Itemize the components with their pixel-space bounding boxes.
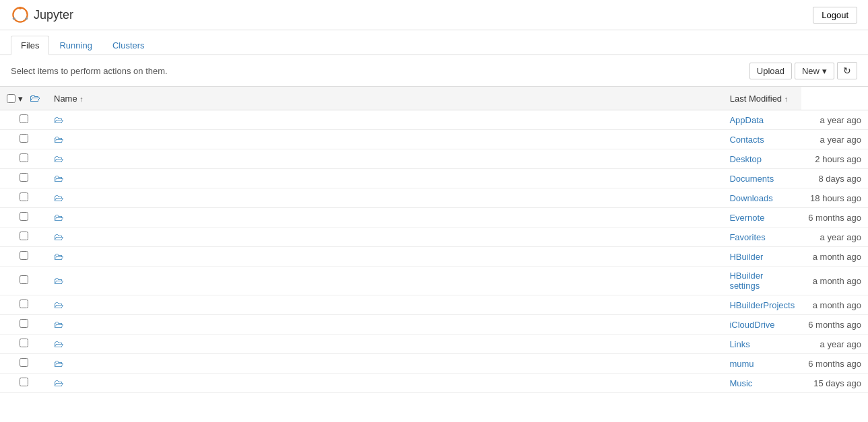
table-row: 🗁mumu6 months ago [0,354,868,374]
table-row: 🗁Contactsa year ago [0,130,868,149]
folder-icon-cell: 🗁 [47,267,723,295]
file-name-cell: mumu [723,354,801,374]
name-column-header[interactable]: Name ↑ [47,87,723,110]
file-name-link[interactable]: HBuilder [729,252,763,262]
folder-icon-cell: 🗁 [47,169,723,188]
folder-icon-cell: 🗁 [47,335,723,354]
refresh-button[interactable]: ↻ [837,62,857,79]
logo: Jupyter [11,5,73,24]
row-checkbox[interactable] [20,232,28,240]
file-name-link[interactable]: HBuilderProjects [729,300,795,310]
modified-cell: a year ago [801,227,868,247]
file-name-cell: AppData [723,110,801,130]
file-name-cell: Links [723,335,801,354]
file-name-link[interactable]: Evernote [729,213,764,223]
row-checkbox[interactable] [20,300,28,308]
modified-cell: a month ago [801,247,868,267]
table-row: 🗁Downloads18 hours ago [0,188,868,208]
svg-point-3 [25,17,28,20]
table-row: 🗁HBuildera month ago [0,247,868,267]
row-checkbox-cell [0,267,47,295]
modified-cell: 2 hours ago [801,149,868,169]
folder-icon-cell: 🗁 [47,374,723,393]
table-row: 🗁AppDataa year ago [0,110,868,130]
tabs-bar: Files Running Clusters [0,30,868,55]
row-checkbox-cell [0,335,47,354]
upload-button[interactable]: Upload [749,63,792,79]
file-name-cell: Documents [723,169,801,188]
folder-icon: 🗁 [54,275,63,286]
modified-column-header[interactable]: Last Modified ↑ [723,87,801,110]
logout-button[interactable]: Logout [813,7,857,24]
table-row: 🗁Desktop2 hours ago [0,149,868,169]
row-checkbox-cell [0,227,47,247]
new-dropdown-icon: ▾ [822,66,827,76]
row-checkbox[interactable] [20,251,28,260]
file-name-cell: iCloudDrive [723,315,801,335]
file-name-link[interactable]: mumu [729,359,754,369]
file-name-link[interactable]: Favorites [729,232,765,242]
header: Jupyter Logout [0,0,868,30]
tab-clusters[interactable]: Clusters [102,36,155,55]
folder-icon-cell: 🗁 [47,295,723,315]
folder-icon: 🗁 [54,378,63,388]
file-name-link[interactable]: Desktop [729,154,762,164]
header-dropdown-icon[interactable]: ▾ [18,94,23,104]
header-folder-icon: 🗁 [30,92,40,104]
name-col-label: Name [54,94,77,104]
folder-icon: 🗁 [54,300,63,310]
row-checkbox-cell [0,208,47,227]
jupyter-logo-icon [11,5,30,24]
table-row: 🗁HBuilder settingsa month ago [0,267,868,295]
modified-col-label: Last Modified [730,94,782,104]
app-title: Jupyter [34,8,73,22]
row-checkbox-cell [0,188,47,208]
file-name-link[interactable]: Downloads [729,193,772,203]
table-row: 🗁HBuilderProjectsa month ago [0,295,868,315]
folder-icon: 🗁 [54,339,63,349]
file-name-link[interactable]: AppData [729,115,764,125]
new-button[interactable]: New ▾ [795,63,834,79]
svg-point-0 [13,7,27,22]
folder-icon: 🗁 [54,153,63,164]
file-name-link[interactable]: Contacts [729,135,764,145]
row-checkbox[interactable] [20,134,28,143]
row-checkbox[interactable] [20,275,28,284]
header-checkbox-col: ▾ 🗁 [0,87,47,110]
table-row: 🗁Evernote6 months ago [0,208,868,227]
svg-point-1 [19,7,22,9]
modified-cell: 6 months ago [801,315,868,335]
row-checkbox-cell [0,110,47,130]
row-checkbox[interactable] [20,339,28,347]
row-checkbox[interactable] [20,212,28,221]
file-name-cell: HBuilder settings [723,267,801,295]
row-checkbox[interactable] [20,173,28,182]
folder-icon: 🗁 [54,173,63,184]
file-name-link[interactable]: Links [729,339,749,349]
row-checkbox-cell [0,295,47,315]
file-list: 🗁AppDataa year ago🗁Contactsa year ago🗁De… [0,110,868,393]
row-checkbox[interactable] [20,114,28,123]
row-checkbox[interactable] [20,319,28,328]
svg-point-2 [13,17,15,20]
tab-files[interactable]: Files [11,36,49,55]
row-checkbox-cell [0,374,47,393]
file-name-link[interactable]: HBuilder settings [729,271,763,291]
file-name-link[interactable]: Music [729,378,752,388]
new-label: New [802,66,820,76]
folder-icon: 🗁 [54,232,63,242]
tab-running[interactable]: Running [49,36,102,55]
select-all-checkbox[interactable] [7,94,15,103]
modified-cell: 15 days ago [801,374,868,393]
row-checkbox-cell [0,169,47,188]
name-sort-arrow: ↑ [79,95,84,103]
file-name-link[interactable]: iCloudDrive [729,320,774,330]
folder-icon: 🗁 [54,319,63,330]
row-checkbox[interactable] [20,358,28,367]
row-checkbox[interactable] [20,378,28,386]
file-table: ▾ 🗁 Name ↑ Last Modified ↑ 🗁AppDataa yea… [0,86,868,393]
row-checkbox[interactable] [20,192,28,201]
file-name-link[interactable]: Documents [729,174,774,184]
row-checkbox[interactable] [20,153,28,162]
table-row: 🗁Documents8 days ago [0,169,868,188]
